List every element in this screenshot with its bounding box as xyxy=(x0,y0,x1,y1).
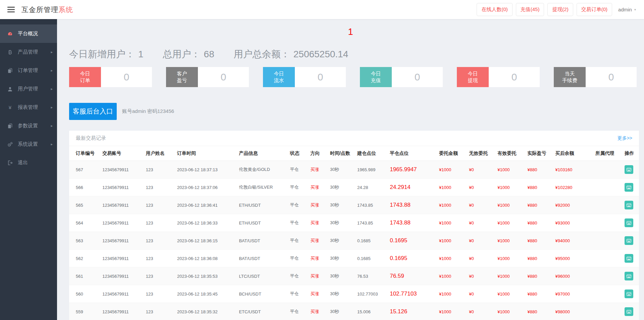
sidebar: 平台概况产品管理▸订单管理▸用户管理▸¥报表管理▸参数设置▸系统设置▸退出 xyxy=(0,19,57,320)
stats-row: 今日新增用户：1总用户：68用户总余额：25065250.14 xyxy=(69,48,637,61)
sidebar-item-orders[interactable]: 订单管理▸ xyxy=(0,61,57,80)
cell-direction: 买涨 xyxy=(308,303,327,320)
sidebar-item-users[interactable]: 用户管理▸ xyxy=(0,80,57,98)
page-indicator: 1 xyxy=(57,26,644,38)
header-button-withdraw[interactable]: 提现(2) xyxy=(547,3,573,16)
table-icon xyxy=(627,257,631,260)
admin-username: admin xyxy=(618,7,632,12)
sidebar-item-logout[interactable]: 退出 xyxy=(0,153,57,172)
cell-direction: 买涨 xyxy=(308,196,327,214)
sidebar-item-system[interactable]: 系统设置▸ xyxy=(0,135,57,153)
row-detail-button[interactable] xyxy=(625,201,633,209)
column-header-profit: 实际盈亏 xyxy=(525,146,552,161)
menu-toggle-icon[interactable] xyxy=(7,5,15,14)
sidebar-item-overview[interactable]: 平台概况 xyxy=(0,24,57,43)
cell-account: 12345679911 xyxy=(100,303,143,320)
bitcoin-icon xyxy=(7,50,13,55)
row-detail-button[interactable] xyxy=(625,165,633,174)
admin-dropdown[interactable]: admin ▾ xyxy=(615,4,639,15)
cell-close: 1965.9947 xyxy=(387,161,436,179)
cell-balance: ¥93000 xyxy=(553,214,593,232)
cell-valid: ¥1000 xyxy=(495,232,525,250)
cell-amount: ¥1000 xyxy=(436,267,466,285)
table-header-row: 订单编号交易账号用户姓名订单时间产品信息状态方向时间/点数建仓点位平仓点位委托金… xyxy=(69,146,639,161)
service-row: 客服后台入口 账号admin 密码123456 xyxy=(69,103,637,120)
cell-time: 2023-06-12 18:35:45 xyxy=(174,285,236,303)
row-detail-button[interactable] xyxy=(625,236,633,245)
chevron-right-icon: ▸ xyxy=(51,124,53,128)
more-link[interactable]: 更多>> xyxy=(618,135,632,141)
user-icon xyxy=(7,86,13,92)
cell-time: 2023-06-12 18:35:53 xyxy=(174,267,236,285)
cell-agent xyxy=(593,179,622,196)
cell-action xyxy=(622,232,639,250)
row-detail-button[interactable] xyxy=(625,183,633,192)
sidebar-item-label: 订单管理 xyxy=(18,67,38,74)
cell-product: BAT/USDT xyxy=(236,250,287,267)
table-icon xyxy=(627,186,631,189)
cell-product: LTC/USDT xyxy=(236,267,287,285)
header-button-recharge[interactable]: 充值(45) xyxy=(516,3,544,16)
caret-down-icon: ▾ xyxy=(634,8,636,11)
row-detail-button[interactable] xyxy=(625,307,633,316)
column-header-valid: 有效委托 xyxy=(495,146,525,161)
cell-status: 平仓 xyxy=(287,196,308,214)
sidebar-item-params[interactable]: 参数设置▸ xyxy=(0,117,57,135)
cell-account: 12345679911 xyxy=(100,285,143,303)
files-icon xyxy=(7,123,13,129)
column-header-status: 状态 xyxy=(287,146,308,161)
stat-card-label: 今日流水 xyxy=(263,67,295,87)
service-backend-button[interactable]: 客服后台入口 xyxy=(69,103,117,120)
table-row: 563123456799111232023-06-12 18:36:15BAT/… xyxy=(69,232,639,250)
table-icon xyxy=(627,292,631,296)
cell-amount: ¥1000 xyxy=(436,161,466,179)
column-header-product: 产品信息 xyxy=(236,146,287,161)
chevron-right-icon: ▸ xyxy=(51,87,53,91)
row-detail-button[interactable] xyxy=(625,254,633,263)
column-header-action: 操作 xyxy=(622,146,639,161)
row-detail-button[interactable] xyxy=(625,290,633,298)
cell-invalid: ¥0 xyxy=(466,303,495,320)
cell-open: 1743.85 xyxy=(355,214,387,232)
chevron-right-icon: ▸ xyxy=(51,68,53,73)
cell-product: 伦敦黄金/GOLD xyxy=(236,161,287,179)
sidebar-item-reports[interactable]: ¥报表管理▸ xyxy=(0,98,57,117)
row-detail-button[interactable] xyxy=(625,218,633,227)
cell-profit: ¥880 xyxy=(525,267,552,285)
cell-status: 平仓 xyxy=(287,250,308,267)
header-button-online-users[interactable]: 在线人数(0) xyxy=(477,3,512,16)
cell-invalid: ¥0 xyxy=(466,267,495,285)
cell-agent xyxy=(593,267,622,285)
cell-amount: ¥1000 xyxy=(436,214,466,232)
stat-value: 68 xyxy=(204,49,214,60)
cell-product: ETH/USDT xyxy=(236,196,287,214)
main-content: 1 今日新增用户：1总用户：68用户总余额：25065250.14 今日订单0客… xyxy=(57,19,644,320)
cell-time: 2023-06-12 18:36:08 xyxy=(174,250,236,267)
cell-agent xyxy=(593,196,622,214)
cell-open: 76.53 xyxy=(355,267,387,285)
sidebar-item-products[interactable]: 产品管理▸ xyxy=(0,43,57,61)
table-icon xyxy=(627,310,631,314)
stat-item: 用户总余额：25065250.14 xyxy=(234,48,348,61)
cell-time: 2023-06-12 18:36:15 xyxy=(174,232,236,250)
cell-status: 平仓 xyxy=(287,267,308,285)
cell-amount: ¥1000 xyxy=(436,232,466,250)
header-button-trade-orders[interactable]: 交易订单(0) xyxy=(577,3,612,16)
cell-id: 567 xyxy=(69,161,100,179)
cell-open: 15.006 xyxy=(355,303,387,320)
stat-label: 用户总余额： xyxy=(234,48,290,61)
cell-action xyxy=(622,303,639,320)
cell-name: 123 xyxy=(143,250,174,267)
cell-name: 123 xyxy=(143,214,174,232)
row-detail-button[interactable] xyxy=(625,272,633,280)
cell-account: 12345679911 xyxy=(100,267,143,285)
sidebar-menu: 平台概况产品管理▸订单管理▸用户管理▸¥报表管理▸参数设置▸系统设置▸退出 xyxy=(0,19,57,172)
cell-amount: ¥1000 xyxy=(436,250,466,267)
column-header-open: 建仓点位 xyxy=(355,146,387,161)
stat-card-value: 0 xyxy=(101,67,152,87)
cell-status: 平仓 xyxy=(287,179,308,196)
stat-card-label: 客户盈亏 xyxy=(166,67,198,87)
cell-open: 1965.989 xyxy=(355,161,387,179)
cell-action xyxy=(622,161,639,179)
cell-agent xyxy=(593,250,622,267)
